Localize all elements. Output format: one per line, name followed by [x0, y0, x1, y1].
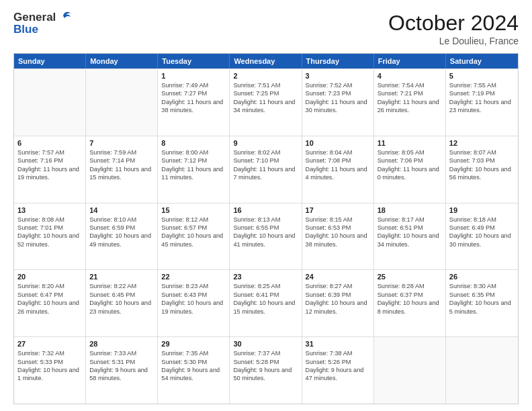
- calendar-header-thursday: Thursday: [302, 54, 374, 68]
- day-number: 5: [449, 72, 515, 80]
- day-number: 2: [233, 72, 298, 80]
- calendar-cell: 20Sunrise: 8:20 AM Sunset: 6:47 PM Dayli…: [14, 270, 86, 336]
- day-number: 28: [89, 340, 154, 348]
- calendar-cell: 29Sunrise: 7:35 AM Sunset: 5:30 PM Dayli…: [158, 337, 230, 404]
- calendar-cell: 27Sunrise: 7:32 AM Sunset: 5:33 PM Dayli…: [14, 337, 86, 404]
- day-number: 9: [233, 139, 298, 147]
- day-number: 24: [306, 273, 370, 281]
- day-info: Sunrise: 8:18 AM Sunset: 6:49 PM Dayligh…: [449, 216, 515, 249]
- day-info: Sunrise: 8:05 AM Sunset: 7:06 PM Dayligh…: [378, 148, 442, 182]
- calendar-header-monday: Monday: [86, 54, 158, 68]
- day-number: 27: [17, 340, 82, 348]
- day-info: Sunrise: 8:10 AM Sunset: 6:59 PM Dayligh…: [89, 216, 154, 249]
- day-number: 1: [161, 72, 226, 80]
- day-info: Sunrise: 8:00 AM Sunset: 7:12 PM Dayligh…: [161, 148, 226, 182]
- calendar-cell: 16Sunrise: 8:13 AM Sunset: 6:55 PM Dayli…: [230, 203, 302, 270]
- day-number: 13: [17, 206, 82, 214]
- day-number: 25: [378, 273, 442, 281]
- page-subtitle: Le Doulieu, France: [388, 36, 519, 46]
- calendar-cell: 4Sunrise: 7:54 AM Sunset: 7:21 PM Daylig…: [374, 69, 446, 136]
- day-number: 7: [89, 139, 154, 147]
- day-info: Sunrise: 8:04 AM Sunset: 7:08 PM Dayligh…: [306, 148, 370, 182]
- calendar-week-5: 27Sunrise: 7:32 AM Sunset: 5:33 PM Dayli…: [14, 336, 518, 404]
- title-block: October 2024 Le Doulieu, France: [388, 11, 519, 46]
- calendar-cell: [14, 69, 86, 136]
- day-info: Sunrise: 8:02 AM Sunset: 7:10 PM Dayligh…: [233, 148, 298, 182]
- header: General Blue October 2024 Le Doulieu, Fr…: [13, 11, 519, 46]
- calendar-cell: 13Sunrise: 8:08 AM Sunset: 7:01 PM Dayli…: [14, 203, 86, 270]
- day-info: Sunrise: 8:17 AM Sunset: 6:51 PM Dayligh…: [378, 216, 442, 249]
- day-info: Sunrise: 7:32 AM Sunset: 5:33 PM Dayligh…: [17, 349, 82, 383]
- calendar-header-friday: Friday: [374, 54, 446, 68]
- calendar-cell: 3Sunrise: 7:52 AM Sunset: 7:23 PM Daylig…: [302, 69, 374, 136]
- day-info: Sunrise: 8:07 AM Sunset: 7:03 PM Dayligh…: [449, 148, 515, 182]
- calendar-cell: 6Sunrise: 7:57 AM Sunset: 7:16 PM Daylig…: [14, 136, 86, 203]
- calendar-header-sunday: Sunday: [14, 54, 86, 68]
- calendar-header-wednesday: Wednesday: [230, 54, 302, 68]
- calendar-cell: 26Sunrise: 8:30 AM Sunset: 6:35 PM Dayli…: [446, 270, 518, 336]
- day-info: Sunrise: 7:33 AM Sunset: 5:31 PM Dayligh…: [89, 349, 154, 383]
- day-info: Sunrise: 8:20 AM Sunset: 6:47 PM Dayligh…: [17, 282, 82, 316]
- day-number: 29: [161, 340, 226, 348]
- calendar-cell: [446, 337, 518, 404]
- day-info: Sunrise: 8:23 AM Sunset: 6:43 PM Dayligh…: [161, 282, 226, 316]
- page-title: October 2024: [388, 11, 519, 36]
- day-info: Sunrise: 7:55 AM Sunset: 7:19 PM Dayligh…: [449, 81, 515, 115]
- day-info: Sunrise: 8:28 AM Sunset: 6:37 PM Dayligh…: [378, 282, 442, 316]
- day-number: 12: [449, 139, 515, 147]
- day-number: 21: [89, 273, 154, 281]
- day-info: Sunrise: 8:22 AM Sunset: 6:45 PM Dayligh…: [89, 282, 154, 316]
- calendar-cell: 1Sunrise: 7:49 AM Sunset: 7:27 PM Daylig…: [158, 69, 230, 136]
- calendar-cell: 19Sunrise: 8:18 AM Sunset: 6:49 PM Dayli…: [446, 203, 518, 270]
- logo-general: General: [13, 11, 56, 24]
- day-number: 11: [378, 139, 442, 147]
- day-info: Sunrise: 7:57 AM Sunset: 7:16 PM Dayligh…: [17, 148, 82, 182]
- page: General Blue October 2024 Le Doulieu, Fr…: [0, 0, 532, 411]
- day-info: Sunrise: 8:27 AM Sunset: 6:39 PM Dayligh…: [306, 282, 370, 316]
- day-info: Sunrise: 7:54 AM Sunset: 7:21 PM Dayligh…: [378, 81, 442, 115]
- calendar-cell: 15Sunrise: 8:12 AM Sunset: 6:57 PM Dayli…: [158, 203, 230, 270]
- day-info: Sunrise: 8:15 AM Sunset: 6:53 PM Dayligh…: [306, 216, 370, 249]
- day-info: Sunrise: 8:08 AM Sunset: 7:01 PM Dayligh…: [17, 216, 82, 249]
- day-info: Sunrise: 7:38 AM Sunset: 5:26 PM Dayligh…: [306, 349, 370, 383]
- day-info: Sunrise: 7:51 AM Sunset: 7:25 PM Dayligh…: [233, 81, 298, 115]
- calendar-cell: 11Sunrise: 8:05 AM Sunset: 7:06 PM Dayli…: [374, 136, 446, 203]
- calendar-cell: 28Sunrise: 7:33 AM Sunset: 5:31 PM Dayli…: [86, 337, 158, 404]
- calendar-cell: 10Sunrise: 8:04 AM Sunset: 7:08 PM Dayli…: [302, 136, 374, 203]
- calendar-week-2: 6Sunrise: 7:57 AM Sunset: 7:16 PM Daylig…: [14, 136, 518, 203]
- day-info: Sunrise: 7:59 AM Sunset: 7:14 PM Dayligh…: [89, 148, 154, 182]
- calendar-cell: 21Sunrise: 8:22 AM Sunset: 6:45 PM Dayli…: [86, 270, 158, 336]
- logo: General Blue: [13, 11, 71, 36]
- day-number: 14: [89, 206, 154, 214]
- day-number: 16: [233, 206, 298, 214]
- calendar-body: 1Sunrise: 7:49 AM Sunset: 7:27 PM Daylig…: [14, 68, 518, 404]
- calendar: SundayMondayTuesdayWednesdayThursdayFrid…: [13, 53, 519, 404]
- day-number: 22: [161, 273, 226, 281]
- day-number: 4: [378, 72, 442, 80]
- day-number: 18: [378, 206, 442, 214]
- calendar-week-3: 13Sunrise: 8:08 AM Sunset: 7:01 PM Dayli…: [14, 203, 518, 270]
- calendar-cell: 25Sunrise: 8:28 AM Sunset: 6:37 PM Dayli…: [374, 270, 446, 336]
- day-number: 17: [306, 206, 370, 214]
- day-number: 19: [449, 206, 515, 214]
- day-info: Sunrise: 8:25 AM Sunset: 6:41 PM Dayligh…: [233, 282, 298, 316]
- calendar-cell: 22Sunrise: 8:23 AM Sunset: 6:43 PM Dayli…: [158, 270, 230, 336]
- calendar-cell: 12Sunrise: 8:07 AM Sunset: 7:03 PM Dayli…: [446, 136, 518, 203]
- day-info: Sunrise: 8:30 AM Sunset: 6:35 PM Dayligh…: [449, 282, 515, 316]
- day-number: 20: [17, 273, 82, 281]
- calendar-cell: 30Sunrise: 7:37 AM Sunset: 5:28 PM Dayli…: [230, 337, 302, 404]
- day-number: 6: [17, 139, 82, 147]
- calendar-cell: 31Sunrise: 7:38 AM Sunset: 5:26 PM Dayli…: [302, 337, 374, 404]
- calendar-header-saturday: Saturday: [446, 54, 518, 68]
- day-info: Sunrise: 8:13 AM Sunset: 6:55 PM Dayligh…: [233, 216, 298, 249]
- day-number: 31: [306, 340, 370, 348]
- day-info: Sunrise: 7:49 AM Sunset: 7:27 PM Dayligh…: [161, 81, 226, 115]
- logo-bird-icon: [57, 11, 71, 22]
- day-number: 10: [306, 139, 370, 147]
- calendar-cell: 7Sunrise: 7:59 AM Sunset: 7:14 PM Daylig…: [86, 136, 158, 203]
- calendar-week-1: 1Sunrise: 7:49 AM Sunset: 7:27 PM Daylig…: [14, 68, 518, 136]
- calendar-cell: 24Sunrise: 8:27 AM Sunset: 6:39 PM Dayli…: [302, 270, 374, 336]
- calendar-cell: 18Sunrise: 8:17 AM Sunset: 6:51 PM Dayli…: [374, 203, 446, 270]
- calendar-cell: 17Sunrise: 8:15 AM Sunset: 6:53 PM Dayli…: [302, 203, 374, 270]
- calendar-cell: 2Sunrise: 7:51 AM Sunset: 7:25 PM Daylig…: [230, 69, 302, 136]
